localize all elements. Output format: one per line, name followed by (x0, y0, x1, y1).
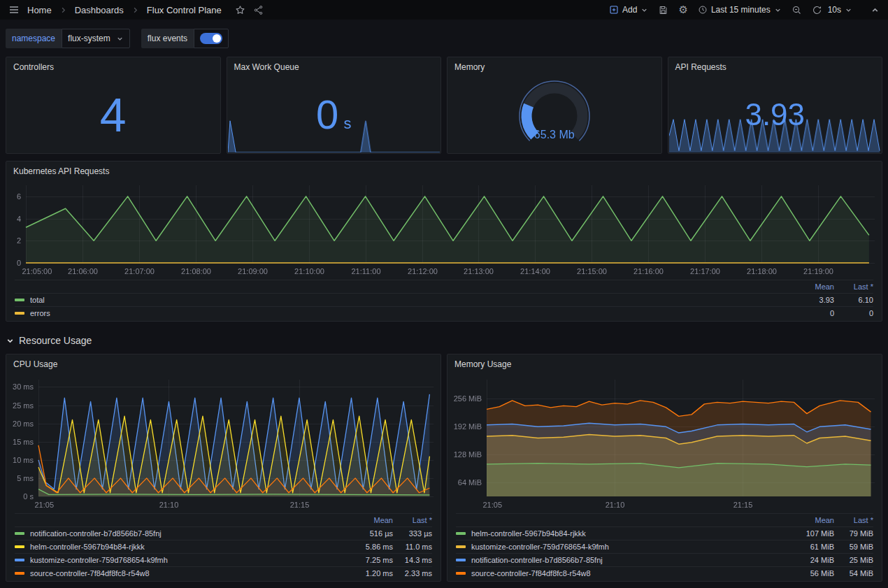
legend-header: Mean Last * (15, 513, 432, 526)
series-swatch (15, 559, 24, 561)
series-swatch (456, 559, 466, 561)
save-icon[interactable] (658, 5, 668, 15)
namespace-variable-label[interactable]: namespace (6, 29, 62, 48)
legend-last-header[interactable]: Last * (834, 516, 873, 524)
legend: Mean Last * notification-controller-b7d8… (6, 513, 441, 581)
series-name[interactable]: helm-controller-5967b94b84-rjkkk (30, 543, 145, 551)
flux-events-label: flux events (141, 29, 194, 48)
add-button-label: Add (622, 5, 637, 15)
panel-title[interactable]: Controllers (6, 57, 220, 77)
legend-row: kustomize-controller-759d768654-k9fmh 7.… (15, 553, 432, 566)
refresh-icon[interactable] (812, 5, 822, 15)
namespace-variable-dropdown[interactable]: flux-system (62, 29, 130, 48)
series-swatch (15, 312, 24, 315)
series-last: 79 MiB (834, 529, 873, 538)
series-mean: 5.86 ms (344, 543, 393, 551)
series-swatch (15, 299, 24, 301)
memory-usage-chart[interactable] (447, 374, 882, 513)
panel-add-icon (609, 5, 619, 15)
panel-title[interactable]: CPU Usage (6, 354, 441, 374)
series-swatch (456, 545, 466, 548)
gear-icon[interactable]: ⚙ (678, 5, 687, 15)
breadcrumb-dashboards[interactable]: Dashboards (75, 5, 124, 15)
legend: Mean Last * helm-controller-5967b94b84-r… (447, 513, 882, 581)
breadcrumb-home[interactable]: Home (27, 5, 52, 15)
series-last: 2.33 ms (393, 569, 432, 578)
chevron-down-icon (640, 6, 648, 14)
chevron-right-icon (59, 6, 67, 14)
series-name[interactable]: helm-controller-5967b94b84-rjkkk (471, 529, 586, 538)
series-swatch (15, 545, 24, 548)
series-mean: 61 MiB (785, 543, 834, 551)
series-name[interactable]: notification-controller-b7d8566b7-85fnj (30, 529, 162, 538)
series-mean: 1.20 ms (344, 569, 393, 578)
series-name[interactable]: kustomize-controller-759d768654-k9fmh (30, 556, 168, 564)
series-name[interactable]: source-controller-7f84df8fc8-r54w8 (30, 569, 150, 578)
flux-events-toggle[interactable] (200, 33, 222, 44)
namespace-variable: namespace flux-system (6, 29, 130, 48)
series-name[interactable]: errors (30, 309, 50, 317)
series-mean: 3.93 (785, 296, 834, 304)
chevron-up-icon[interactable] (871, 6, 880, 15)
series-last: 0 (834, 309, 873, 317)
share-icon[interactable] (253, 5, 264, 15)
time-range-label: Last 15 minutes (711, 5, 771, 15)
flux-events-toggle-box (194, 29, 229, 48)
legend-mean-header[interactable]: Mean (785, 516, 834, 524)
flux-events-control: flux events (141, 29, 229, 48)
zoom-out-icon[interactable] (792, 5, 802, 15)
refresh-interval-label: 10s (828, 5, 841, 15)
legend-row: errors 0 0 (15, 306, 873, 320)
time-range-picker[interactable]: Last 15 minutes (698, 5, 782, 15)
menu-icon[interactable] (8, 4, 20, 15)
series-mean: 56 MiB (785, 569, 834, 578)
legend-row: helm-controller-5967b94b84-rjkkk 5.86 ms… (15, 540, 432, 553)
legend-header: Mean Last * (456, 513, 873, 526)
series-name[interactable]: kustomize-controller-759d768654-k9fmh (471, 543, 609, 551)
panel-title[interactable]: Kubernetes API Requests (6, 162, 882, 181)
stat-panels-row: Controllers 4 Max Work Queue 0 s Memory … (0, 57, 888, 154)
series-name[interactable]: source-controller-7f84df8fc8-r54w8 (471, 569, 591, 578)
controllers-stat-panel: Controllers 4 (6, 57, 221, 154)
panel-title[interactable]: API Requests (668, 57, 882, 77)
series-last: 333 µs (393, 529, 432, 538)
max-work-queue-stat-panel: Max Work Queue 0 s (227, 57, 442, 154)
series-name[interactable]: total (30, 296, 45, 304)
legend-header: Mean Last * (15, 280, 873, 293)
section-collapse-icon (6, 336, 15, 345)
namespace-variable-value: flux-system (68, 34, 110, 43)
kubernetes-api-requests-chart[interactable] (6, 181, 882, 280)
memory-usage-panel: Memory Usage Mean Last * helm-controller… (447, 354, 882, 582)
refresh-interval-dropdown[interactable]: 10s (828, 5, 852, 15)
series-mean: 0 (785, 309, 834, 317)
api-requests-sparkline (669, 115, 882, 152)
legend-last-header[interactable]: Last * (393, 516, 432, 524)
section-title: Resource Usage (19, 335, 92, 346)
legend: Mean Last * total 3.93 6.10 errors 0 0 (6, 280, 882, 321)
series-last: 25 MiB (834, 556, 873, 564)
cpu-usage-chart[interactable] (6, 374, 441, 513)
cpu-usage-panel: CPU Usage Mean Last * notification-contr… (6, 354, 441, 582)
resource-usage-section-header[interactable]: Resource Usage (6, 333, 882, 348)
legend-row: kustomize-controller-759d768654-k9fmh 61… (456, 540, 873, 553)
series-last: 59 MiB (834, 543, 873, 551)
resource-usage-row: CPU Usage Mean Last * notification-contr… (6, 354, 882, 582)
workqueue-sparkline (228, 115, 441, 152)
legend-mean-header[interactable]: Mean (785, 282, 834, 291)
series-name[interactable]: notification-controller-b7d8566b7-85fnj (471, 556, 603, 564)
dashboard-controls-row: namespace flux-system flux events (0, 20, 888, 57)
series-swatch (456, 532, 466, 535)
add-button[interactable]: Add (609, 5, 648, 15)
series-mean: 107 MiB (785, 529, 834, 538)
panel-title[interactable]: Memory Usage (447, 354, 882, 374)
star-icon[interactable] (235, 5, 245, 15)
series-last: 11.0 ms (393, 543, 432, 551)
legend-row: notification-controller-b7d8566b7-85fnj … (456, 553, 873, 566)
legend-mean-header[interactable]: Mean (344, 516, 393, 524)
legend-row: source-controller-7f84df8fc8-r54w8 56 Mi… (456, 566, 873, 580)
series-mean: 7.25 ms (344, 556, 393, 564)
kubernetes-api-requests-panel: Kubernetes API Requests Mean Last * tota… (6, 161, 882, 322)
panel-title[interactable]: Max Work Queue (227, 57, 441, 77)
breadcrumb-current-dashboard: Flux Control Plane (147, 5, 222, 15)
legend-last-header[interactable]: Last * (834, 282, 873, 291)
